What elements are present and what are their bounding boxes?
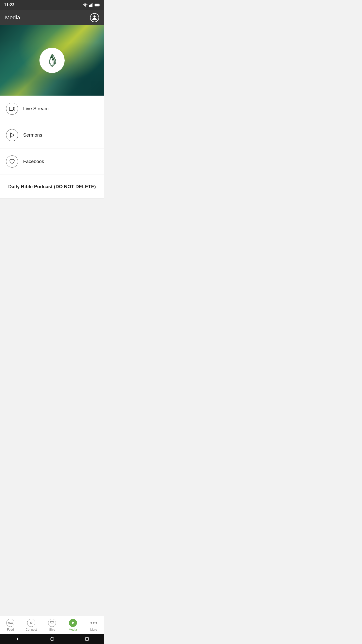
- svg-rect-4: [92, 3, 93, 7]
- feed-icon-container: NEW: [6, 619, 14, 627]
- svg-marker-11: [72, 621, 74, 625]
- nav-more[interactable]: More: [83, 617, 104, 633]
- wifi-icon: [83, 3, 87, 7]
- video-icon: [9, 106, 15, 111]
- connect-icon: [29, 621, 33, 625]
- user-icon: [92, 15, 97, 20]
- new-badge-icon: NEW: [8, 622, 13, 624]
- svg-rect-2: [90, 5, 91, 7]
- dot-3: [96, 622, 97, 624]
- give-label: Give: [49, 628, 55, 631]
- svg-point-13: [51, 637, 54, 640]
- svg-marker-10: [11, 133, 14, 137]
- sermons-icon-container: [6, 129, 18, 141]
- heart-icon: [9, 159, 15, 164]
- church-logo: [39, 48, 65, 73]
- status-bar: 11:23: [0, 0, 104, 10]
- svg-marker-12: [17, 637, 18, 641]
- page-title: Media: [5, 14, 20, 21]
- back-icon: [15, 636, 20, 641]
- sermons-label: Sermons: [23, 132, 42, 138]
- recents-icon: [85, 637, 89, 641]
- status-icons: [83, 3, 100, 7]
- android-navigation: [0, 634, 104, 644]
- svg-rect-6: [100, 5, 100, 6]
- more-icon-container: [90, 619, 97, 627]
- logo-icon: [43, 52, 61, 69]
- live-stream-item[interactable]: Live Stream: [0, 96, 104, 122]
- recents-button[interactable]: [85, 637, 89, 641]
- bottom-navigation: NEW Feed Connect Give Media: [0, 616, 104, 634]
- signal-icon: [89, 3, 93, 7]
- svg-rect-1: [89, 5, 90, 7]
- facebook-icon-container: [6, 155, 18, 168]
- svg-rect-9: [9, 107, 13, 110]
- nav-connect[interactable]: Connect: [21, 617, 42, 633]
- home-button[interactable]: [50, 636, 55, 641]
- home-icon: [50, 636, 55, 641]
- svg-rect-14: [85, 637, 88, 640]
- menu-list: Live Stream Sermons Facebook Daily Bible…: [0, 96, 104, 199]
- svg-rect-7: [95, 4, 99, 6]
- app-header: Media: [0, 10, 104, 25]
- content-area: Live Stream Sermons Facebook Daily Bible…: [0, 96, 104, 229]
- media-label: Media: [69, 628, 77, 631]
- more-label: More: [90, 628, 97, 631]
- podcast-label: Daily Bible Podcast (DO NOT DELETE): [8, 184, 96, 189]
- battery-icon: [95, 4, 100, 7]
- back-button[interactable]: [15, 636, 20, 641]
- nav-feed[interactable]: NEW Feed: [0, 617, 21, 633]
- hero-banner: [0, 25, 104, 96]
- media-icon-container: [69, 619, 77, 627]
- status-time: 11:23: [4, 3, 14, 7]
- live-stream-icon-container: [6, 103, 18, 115]
- svg-point-0: [85, 6, 86, 7]
- media-play-icon: [71, 621, 75, 625]
- dot-1: [90, 622, 92, 624]
- facebook-item[interactable]: Facebook: [0, 148, 104, 175]
- facebook-label: Facebook: [23, 159, 44, 164]
- nav-media[interactable]: Media: [62, 617, 83, 633]
- feed-label: Feed: [7, 628, 14, 631]
- give-icon-container: [48, 619, 56, 627]
- nav-give[interactable]: Give: [42, 617, 63, 633]
- sermons-item[interactable]: Sermons: [0, 122, 104, 148]
- profile-button[interactable]: [90, 13, 99, 22]
- give-heart-icon: [50, 621, 54, 625]
- connect-label: Connect: [26, 628, 37, 631]
- connect-icon-container: [27, 619, 35, 627]
- play-icon: [10, 133, 14, 138]
- live-stream-label: Live Stream: [23, 106, 49, 111]
- podcast-item[interactable]: Daily Bible Podcast (DO NOT DELETE): [0, 175, 104, 199]
- dot-2: [93, 622, 95, 624]
- svg-rect-3: [91, 4, 92, 7]
